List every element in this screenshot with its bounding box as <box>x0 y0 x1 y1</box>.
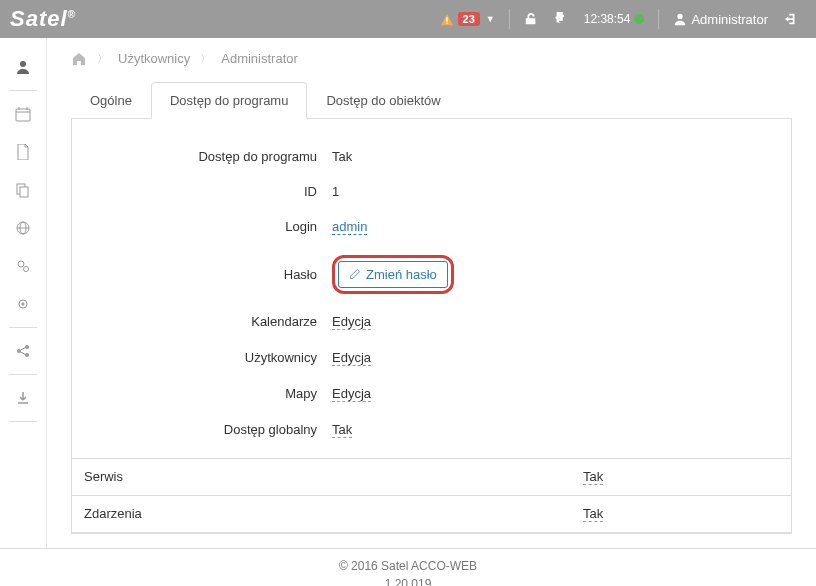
chevron-down-icon: ▼ <box>486 14 495 24</box>
user-icon <box>673 12 687 26</box>
value-global-access[interactable]: Tak <box>332 422 352 438</box>
chevron-right-icon: 〉 <box>97 51 108 66</box>
header-divider <box>658 9 659 29</box>
breadcrumb-users[interactable]: Użytkownicy <box>118 51 190 66</box>
alert-count-badge: 23 <box>458 12 480 26</box>
username-text: Administrator <box>691 12 768 27</box>
sidebar-item-user[interactable] <box>0 48 47 86</box>
cell-service-value[interactable]: Tak <box>583 469 603 485</box>
tab-object-access[interactable]: Dostęp do obiektów <box>307 82 459 119</box>
calendar-icon <box>15 106 31 122</box>
table-row: Zdarzenia Tak <box>72 495 791 532</box>
permissions-table: Serwis Tak Zdarzenia Tak <box>72 458 791 533</box>
status-dot-icon <box>634 14 644 24</box>
footer-version: 1.20.019 <box>0 575 816 586</box>
sidebar-item-share[interactable] <box>0 332 47 370</box>
label-calendars: Kalendarze <box>72 314 327 329</box>
svg-line-21 <box>21 352 26 355</box>
label-password: Hasło <box>72 267 327 282</box>
sidebar-item-globe[interactable] <box>0 209 47 247</box>
sidebar-item-calendar[interactable] <box>0 95 47 133</box>
svg-rect-0 <box>446 17 447 21</box>
sidebar-item-document[interactable] <box>0 133 47 171</box>
edit-icon <box>349 268 361 280</box>
table-row: Serwis Tak <box>72 458 791 495</box>
cell-service-label: Serwis <box>72 458 571 495</box>
svg-point-3 <box>20 61 26 67</box>
svg-rect-1 <box>446 22 447 23</box>
svg-line-20 <box>21 348 26 351</box>
alerts-indicator[interactable]: 23 ▼ <box>440 11 495 27</box>
cell-events-value[interactable]: Tak <box>583 506 603 522</box>
change-password-button[interactable]: Zmień hasło <box>338 261 448 288</box>
sidebar-item-cog[interactable] <box>0 285 47 323</box>
clock-display: 12:38:54 <box>584 12 645 26</box>
label-maps: Mapy <box>72 386 327 401</box>
svg-rect-4 <box>16 109 30 121</box>
files-icon <box>15 182 31 198</box>
home-icon[interactable] <box>71 50 87 67</box>
chevron-right-icon: 〉 <box>200 51 211 66</box>
document-icon <box>16 144 30 160</box>
svg-point-14 <box>24 267 29 272</box>
sidebar-separator <box>9 90 37 91</box>
value-program-access: Tak <box>327 149 791 164</box>
value-maps[interactable]: Edycja <box>332 386 371 402</box>
footer: © 2016 Satel ACCO-WEB 1.20.019 <box>0 548 816 586</box>
share-icon <box>15 343 31 359</box>
left-sidebar <box>0 38 47 548</box>
svg-point-16 <box>22 303 25 306</box>
value-users[interactable]: Edycja <box>332 350 371 366</box>
warning-icon <box>440 11 454 27</box>
sidebar-separator <box>9 374 37 375</box>
highlight-ring: Zmień hasło <box>332 255 454 294</box>
label-global-access: Dostęp globalny <box>72 422 327 437</box>
lock-open-button[interactable] <box>524 12 538 26</box>
time-text: 12:38:54 <box>584 12 631 26</box>
label-id: ID <box>72 184 327 199</box>
svg-point-2 <box>678 14 683 19</box>
top-header: Satel® 23 ▼ 12:38:54 Administrator <box>0 0 816 38</box>
sidebar-item-cogs[interactable] <box>0 247 47 285</box>
svg-point-13 <box>18 261 24 267</box>
breadcrumb: 〉 Użytkownicy 〉 Administrator <box>71 50 792 67</box>
svg-rect-9 <box>20 187 28 197</box>
svg-point-18 <box>25 345 29 349</box>
cogs-icon <box>15 258 31 274</box>
cell-events-label: Zdarzenia <box>72 495 571 532</box>
label-program-access: Dostęp do programu <box>72 149 327 164</box>
brand-logo: Satel® <box>10 6 76 32</box>
change-password-label: Zmień hasło <box>366 267 437 282</box>
main-content: 〉 Użytkownicy 〉 Administrator Ogólne Dos… <box>47 38 816 548</box>
user-icon <box>15 59 31 75</box>
tabs-bar: Ogólne Dostęp do programu Dostęp do obie… <box>71 81 792 119</box>
sidebar-item-files[interactable] <box>0 171 47 209</box>
value-calendars[interactable]: Edycja <box>332 314 371 330</box>
globe-icon <box>15 220 31 236</box>
download-icon <box>15 390 31 406</box>
header-divider <box>509 9 510 29</box>
cog-icon <box>15 296 31 312</box>
settings-puzzle-button[interactable] <box>554 12 568 26</box>
tab-program-access[interactable]: Dostęp do programu <box>151 82 308 119</box>
sidebar-separator <box>9 327 37 328</box>
breadcrumb-current: Administrator <box>221 51 298 66</box>
value-id: 1 <box>327 184 791 199</box>
logout-icon <box>784 12 798 26</box>
logout-button[interactable] <box>784 12 798 26</box>
puzzle-icon <box>554 12 568 26</box>
svg-point-19 <box>25 353 29 357</box>
user-menu[interactable]: Administrator <box>673 12 768 27</box>
label-users: Użytkownicy <box>72 350 327 365</box>
footer-copyright: © 2016 Satel ACCO-WEB <box>0 557 816 575</box>
tab-general[interactable]: Ogólne <box>71 82 151 119</box>
label-login: Login <box>72 219 327 234</box>
form-panel: Dostęp do programu Tak ID 1 Login admin … <box>71 119 792 534</box>
sidebar-separator <box>9 421 37 422</box>
unlock-icon <box>524 12 538 26</box>
sidebar-item-download[interactable] <box>0 379 47 417</box>
value-login[interactable]: admin <box>332 219 367 235</box>
